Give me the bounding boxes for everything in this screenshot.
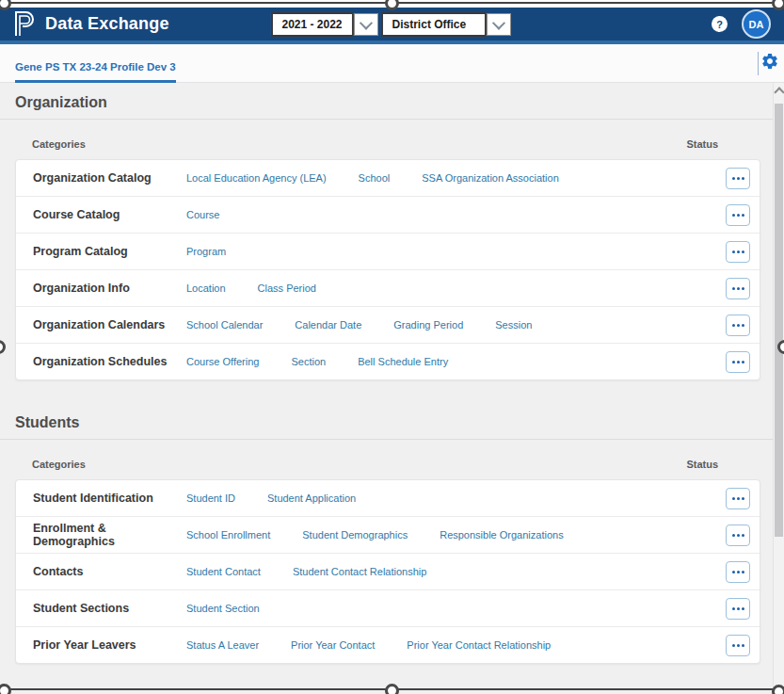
scrollbar-thumb[interactable] xyxy=(775,104,783,537)
ellipsis-dot-icon xyxy=(742,177,744,180)
entity-links: School EnrollmentStudent DemographicsRes… xyxy=(186,529,726,541)
entity-link[interactable]: Student ID xyxy=(186,492,235,504)
ellipsis-dot-icon xyxy=(737,324,740,327)
help-icon[interactable]: ? xyxy=(712,16,728,32)
status-label: Status xyxy=(686,138,718,150)
category-name: Student Sections xyxy=(33,602,186,615)
app-title: Data Exchange xyxy=(45,14,169,34)
entity-link[interactable]: School Enrollment xyxy=(186,529,270,541)
entity-link[interactable]: Student Contact xyxy=(186,566,261,577)
school-year-select[interactable]: 2021 - 2022 xyxy=(270,12,353,37)
section-students: StudentsCategoriesStatusStudent Identifi… xyxy=(0,403,784,664)
section-title: Students xyxy=(15,403,784,431)
ellipsis-dot-icon xyxy=(742,250,744,253)
column-headers: CategoriesStatus xyxy=(32,138,760,150)
ellipsis-dot-icon xyxy=(732,361,735,363)
entity-link[interactable]: Grading Period xyxy=(393,319,463,331)
ellipsis-dot-icon xyxy=(742,534,744,537)
more-actions-button[interactable] xyxy=(726,168,750,189)
selection-handle-bottom-left[interactable] xyxy=(0,684,11,694)
entity-link[interactable]: Prior Year Contact Relationship xyxy=(407,639,551,651)
entity-link[interactable]: Calendar Date xyxy=(295,319,361,331)
more-actions-button[interactable] xyxy=(726,241,750,263)
entity-link[interactable]: Local Education Agency (LEA) xyxy=(186,172,327,184)
ellipsis-dot-icon xyxy=(732,571,735,573)
entity-links: Student IDStudent Application xyxy=(186,492,726,504)
categories-label: Categories xyxy=(32,459,86,470)
more-actions-button[interactable] xyxy=(726,315,750,336)
category-name: Organization Schedules xyxy=(33,355,186,368)
selection-handle-top-right[interactable] xyxy=(772,0,784,10)
tabbar-divider xyxy=(758,52,759,75)
entity-link[interactable]: Session xyxy=(495,319,532,331)
ellipsis-dot-icon xyxy=(737,250,740,253)
category-row: Prior Year LeaversStatus A LeaverPrior Y… xyxy=(16,627,760,663)
more-actions-button[interactable] xyxy=(726,351,750,373)
tab-bar: Gene PS TX 23-24 Profile Dev 3 xyxy=(0,44,784,83)
ellipsis-dot-icon xyxy=(732,497,735,500)
entity-link[interactable]: Section xyxy=(291,356,326,367)
column-headers: CategoriesStatus xyxy=(32,459,760,470)
entity-link[interactable]: Course Offering xyxy=(186,356,259,367)
category-card: Organization CatalogLocal Education Agen… xyxy=(15,159,760,380)
more-actions-button[interactable] xyxy=(726,635,750,656)
entity-link[interactable]: SSA Organization Association xyxy=(422,172,559,184)
school-year-chevron-icon[interactable] xyxy=(354,13,378,36)
vertical-scrollbar[interactable] xyxy=(773,83,784,694)
ellipsis-dot-icon xyxy=(737,607,740,610)
ellipsis-dot-icon xyxy=(737,361,740,363)
category-row: Course CatalogCourse xyxy=(16,197,760,234)
category-row: Student SectionsStudent Section xyxy=(16,590,760,627)
ellipsis-dot-icon xyxy=(732,177,735,180)
entity-link[interactable]: Class Period xyxy=(258,282,316,294)
ellipsis-dot-icon xyxy=(737,571,740,573)
main-content: OrganizationCategoriesStatusOrganization… xyxy=(0,83,784,694)
organization-select[interactable]: District Office xyxy=(381,12,487,37)
ellipsis-dot-icon xyxy=(742,571,744,573)
category-name: Enrollment & Demographics xyxy=(33,522,186,548)
category-name: Organization Info xyxy=(33,282,186,295)
more-actions-button[interactable] xyxy=(726,278,750,299)
selection-handle-bottom[interactable] xyxy=(385,684,399,694)
ellipsis-dot-icon xyxy=(732,534,735,537)
entity-link[interactable]: Responsible Organizations xyxy=(440,529,563,541)
ellipsis-dot-icon xyxy=(732,324,735,327)
selection-handle-bottom-right[interactable] xyxy=(772,685,784,694)
entity-link[interactable]: Student Contact Relationship xyxy=(293,566,426,577)
settings-gear-icon[interactable] xyxy=(760,52,779,71)
entity-links: Local Education Agency (LEA)SchoolSSA Or… xyxy=(186,172,726,184)
entity-links: Status A LeaverPrior Year ContactPrior Y… xyxy=(186,639,726,651)
entity-links: Student Section xyxy=(186,603,726,614)
user-avatar[interactable]: DA xyxy=(742,9,771,39)
category-name: Contacts xyxy=(33,565,186,578)
entity-link[interactable]: Program xyxy=(186,246,226,257)
entity-link[interactable]: Student Demographics xyxy=(302,529,408,541)
ellipsis-dot-icon xyxy=(732,607,735,610)
entity-link[interactable]: Status A Leaver xyxy=(186,639,259,651)
more-actions-button[interactable] xyxy=(726,561,750,583)
ellipsis-dot-icon xyxy=(732,214,735,217)
more-actions-button[interactable] xyxy=(726,525,750,546)
entity-link[interactable]: School Calendar xyxy=(186,319,263,331)
organization-chevron-icon[interactable] xyxy=(487,13,511,36)
entity-links: Student ContactStudent Contact Relations… xyxy=(186,566,726,577)
more-actions-button[interactable] xyxy=(726,204,750,226)
tab-profile[interactable]: Gene PS TX 23-24 Profile Dev 3 xyxy=(15,61,176,83)
category-row: Program CatalogProgram xyxy=(16,234,760,270)
category-row: Enrollment & DemographicsSchool Enrollme… xyxy=(16,517,760,554)
entity-links: Course OfferingSectionBell Schedule Entr… xyxy=(186,356,726,367)
entity-link[interactable]: Course xyxy=(186,209,219,220)
category-row: Organization CalendarsSchool CalendarCal… xyxy=(16,307,760,344)
entity-link[interactable]: Student Application xyxy=(267,492,356,504)
entity-link[interactable]: School xyxy=(359,172,391,184)
category-row: Student IdentificationStudent IDStudent … xyxy=(16,480,760,517)
category-row: Organization InfoLocationClass Period xyxy=(16,270,760,307)
ellipsis-dot-icon xyxy=(742,497,744,500)
entity-link[interactable]: Prior Year Contact xyxy=(291,639,375,651)
more-actions-button[interactable] xyxy=(726,598,750,620)
entity-link[interactable]: Student Section xyxy=(186,603,260,614)
more-actions-button[interactable] xyxy=(726,488,750,509)
scroll-up-icon[interactable] xyxy=(774,87,784,97)
entity-link[interactable]: Bell Schedule Entry xyxy=(358,356,448,367)
entity-link[interactable]: Location xyxy=(186,282,226,294)
